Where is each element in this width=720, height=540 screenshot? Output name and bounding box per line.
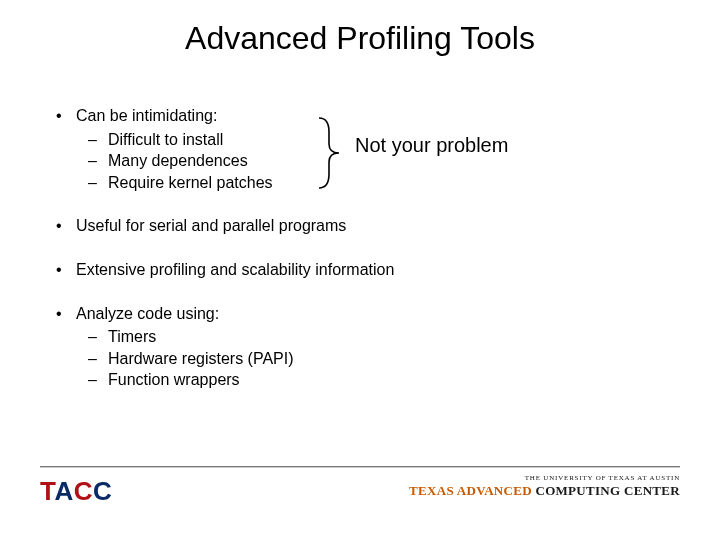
logo-letter: C★	[74, 476, 93, 506]
sub-item: Timers	[76, 326, 668, 348]
logo-letter: C	[93, 476, 112, 506]
ut-line2: TEXAS ADVANCED COMPUTING CENTER	[409, 483, 680, 499]
logo-letter: T	[40, 476, 54, 506]
ut-line1: THE UNIVERSITY OF TEXAS AT AUSTIN	[409, 474, 680, 482]
bullet-item: Analyze code using: Timers Hardware regi…	[48, 303, 668, 391]
star-icon: ★	[78, 484, 89, 497]
tacc-logo: TAC★C	[40, 476, 112, 507]
slide-title: Advanced Profiling Tools	[0, 20, 720, 57]
bullet-text: Can be intimidating:	[76, 107, 217, 124]
sub-item: Require kernel patches	[76, 172, 668, 194]
bullet-item: Extensive profiling and scalability info…	[48, 259, 668, 281]
bullet-text: Analyze code using:	[76, 305, 219, 322]
footer-rule	[40, 466, 680, 467]
logo-letter: A	[54, 476, 73, 506]
ut-line2-rest: COMPUTING CENTER	[535, 483, 680, 498]
callout-text: Not your problem	[355, 134, 508, 157]
brace-icon	[315, 116, 345, 190]
ut-line2-accent: TEXAS ADVANCED	[409, 483, 535, 498]
bullet-item: Useful for serial and parallel programs	[48, 215, 668, 237]
slide: Advanced Profiling Tools Can be intimida…	[0, 0, 720, 540]
footer: TAC★C THE UNIVERSITY OF TEXAS AT AUSTIN …	[40, 466, 680, 522]
ut-logo: THE UNIVERSITY OF TEXAS AT AUSTIN TEXAS …	[409, 474, 680, 499]
sub-item: Function wrappers	[76, 369, 668, 391]
sub-item: Hardware registers (PAPI)	[76, 348, 668, 370]
sub-list: Timers Hardware registers (PAPI) Functio…	[76, 326, 668, 391]
